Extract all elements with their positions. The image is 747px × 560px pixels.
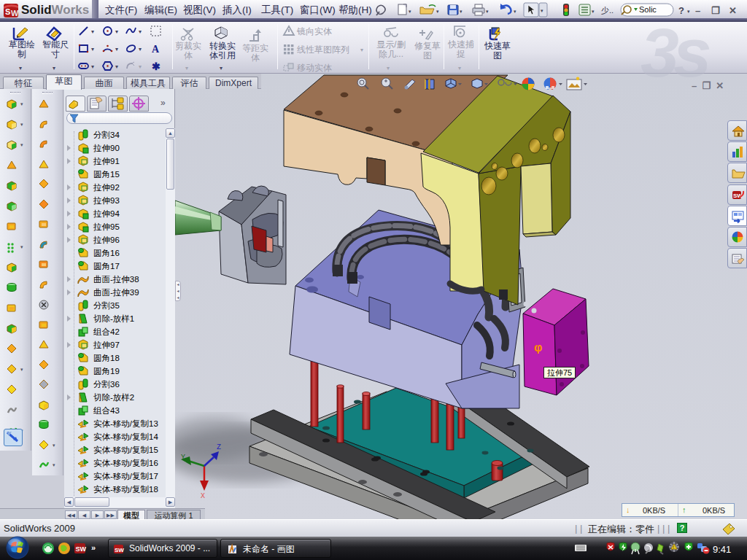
svg-text:W: W [11, 9, 19, 18]
svg-text:SW: SW [76, 545, 87, 553]
svg-text:A: A [152, 44, 160, 55]
svg-text:▾: ▾ [514, 9, 516, 14]
svg-text:»: » [91, 543, 96, 552]
svg-text:S: S [5, 7, 10, 16]
svg-text:φ: φ [534, 341, 542, 354]
svg-text:少..: 少.. [601, 6, 614, 15]
svg-text:▾: ▾ [486, 9, 489, 14]
svg-text:✱: ✱ [152, 61, 160, 72]
svg-text:SW: SW [115, 547, 124, 553]
svg-text:▾: ▾ [460, 9, 462, 14]
svg-text:▾: ▾ [436, 9, 439, 14]
svg-text:▾: ▾ [409, 9, 411, 14]
svg-text:▾: ▾ [592, 9, 595, 14]
svg-text:▾: ▾ [541, 8, 543, 13]
